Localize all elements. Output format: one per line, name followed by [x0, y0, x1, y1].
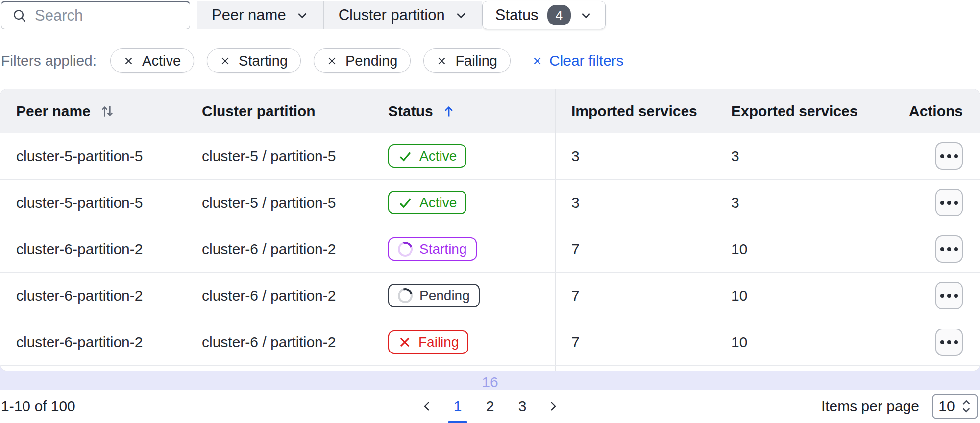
cluster-partition-cell: cluster-6 / partition-2 — [186, 319, 372, 365]
table-row: cluster-6-partition-2 cluster-6 / partit… — [0, 273, 980, 319]
page-button-2[interactable]: 2 — [479, 395, 501, 418]
exported-services-cell: 10 — [715, 226, 872, 272]
pagination-range-label: 1-10 of 100 — [1, 398, 75, 415]
sort-ascending-icon[interactable] — [442, 104, 456, 118]
imported-services-cell: 7 — [555, 319, 715, 365]
cluster-partition-dropdown[interactable]: Cluster partition — [323, 1, 482, 29]
table-row: cluster-6-partition-2 cluster-6 / partit… — [0, 319, 980, 366]
filter-chip-active[interactable]: Active — [110, 48, 194, 73]
status-cell: Failing — [372, 319, 555, 365]
column-header-actions: Actions — [872, 89, 980, 133]
pagination-bar: 1-10 of 100 1 2 3 Items per page 10 — [0, 390, 980, 423]
status-count-badge: 4 — [547, 5, 571, 25]
exported-services-cell: 3 — [715, 180, 872, 226]
status-badge-failing: Failing — [388, 330, 468, 354]
check-icon — [398, 195, 413, 210]
chevron-down-icon — [296, 9, 309, 22]
status-badge-label: Pending — [419, 288, 470, 304]
column-header-label: Actions — [909, 103, 963, 119]
peer-name-dropdown[interactable]: Peer name — [197, 1, 323, 29]
status-dropdown[interactable]: Status 4 — [482, 1, 606, 29]
table-row: cluster-5-partition-5 cluster-5 / partit… — [0, 133, 980, 180]
imported-services-cell: 3 — [555, 180, 715, 226]
column-header-label: Cluster partition — [202, 103, 316, 119]
filter-chip-label: Active — [142, 53, 181, 69]
imported-services-cell: 7 — [555, 226, 715, 272]
remove-chip-icon[interactable] — [437, 56, 447, 66]
row-actions-button[interactable] — [935, 189, 963, 216]
spinner-icon — [395, 286, 416, 306]
scroll-indicator-value: 16 — [0, 374, 980, 391]
clear-filters-label: Clear filters — [549, 52, 624, 69]
page-button-3[interactable]: 3 — [512, 395, 533, 418]
next-page-button[interactable] — [544, 395, 562, 418]
filter-chip-starting[interactable]: Starting — [207, 48, 301, 73]
applied-filters-bar: Filters applied: Active Starting Pending… — [1, 48, 624, 73]
column-header-exported-services: Exported services — [715, 89, 872, 133]
page-button-1[interactable]: 1 — [447, 395, 468, 418]
actions-cell — [872, 319, 980, 365]
filter-dropdown-group: Peer name Cluster partition — [197, 1, 482, 29]
exported-services-cell: 10 — [715, 319, 872, 365]
clear-icon — [532, 56, 542, 66]
exported-services-cell: 10 — [715, 273, 872, 319]
actions-cell — [872, 273, 980, 319]
status-badge-pending: Pending — [388, 284, 480, 307]
status-cell: Pending — [372, 273, 555, 319]
column-header-label: Status — [388, 103, 433, 119]
peer-name-cell: cluster-5-partition-5 — [0, 133, 186, 179]
chevron-down-icon — [580, 9, 592, 22]
search-input[interactable] — [35, 7, 181, 24]
filter-chip-failing[interactable]: Failing — [423, 48, 510, 73]
column-header-cluster-partition: Cluster partition — [186, 89, 372, 133]
filter-chips: Active Starting Pending Failing — [110, 48, 511, 73]
column-header-status[interactable]: Status — [372, 89, 555, 133]
peer-name-cell: cluster-6-partition-2 — [0, 226, 186, 272]
row-actions-button[interactable] — [935, 235, 963, 263]
table-row: cluster-5-partition-5 cluster-5 / partit… — [0, 180, 980, 226]
exported-services-cell: 3 — [715, 133, 872, 179]
cluster-partition-cell: cluster-5 / partition-5 — [186, 180, 372, 226]
filters-applied-label: Filters applied: — [1, 52, 97, 69]
table-row: cluster-6-partition-2 cluster-6 / partit… — [0, 226, 980, 273]
remove-chip-icon[interactable] — [327, 56, 337, 66]
peer-name-dropdown-label: Peer name — [212, 6, 286, 24]
filter-toolbar: Peer name Cluster partition Status 4 — [1, 1, 606, 29]
column-header-peer-name[interactable]: Peer name — [0, 89, 186, 133]
table-row-clipped — [0, 366, 980, 371]
search-box[interactable] — [1, 1, 190, 29]
items-per-page-value: 10 — [938, 398, 955, 415]
peer-name-cell: cluster-5-partition-5 — [0, 180, 186, 226]
status-badge-starting: Starting — [388, 237, 477, 261]
spinner-icon — [395, 239, 416, 259]
actions-cell — [872, 180, 980, 226]
row-actions-button[interactable] — [935, 329, 963, 356]
sort-both-icon[interactable] — [99, 103, 115, 119]
actions-cell — [872, 226, 980, 272]
clear-filters-link[interactable]: Clear filters — [532, 52, 624, 69]
status-badge-label: Starting — [419, 241, 467, 257]
status-badge-label: Failing — [418, 334, 459, 350]
status-badge-active: Active — [388, 144, 466, 168]
imported-services-cell: 3 — [555, 133, 715, 179]
items-per-page-stepper[interactable]: 10 — [932, 394, 978, 419]
status-cell: Active — [372, 133, 555, 179]
peers-table: Peer name Cluster partition Status Impor… — [0, 89, 980, 371]
stepper-chevrons-icon[interactable] — [961, 399, 972, 414]
row-actions-button[interactable] — [935, 282, 963, 309]
row-actions-button[interactable] — [935, 142, 963, 170]
filter-chip-label: Failing — [455, 53, 497, 69]
remove-chip-icon[interactable] — [220, 56, 230, 66]
table-header-row: Peer name Cluster partition Status Impor… — [0, 89, 980, 133]
actions-cell — [872, 133, 980, 179]
remove-chip-icon[interactable] — [123, 56, 134, 66]
status-dropdown-label: Status — [495, 6, 539, 24]
filter-chip-pending[interactable]: Pending — [314, 48, 411, 73]
status-cell: Starting — [372, 226, 555, 272]
status-badge-label: Active — [419, 195, 457, 211]
status-cell: Active — [372, 180, 555, 226]
chevron-right-icon — [547, 399, 559, 414]
column-header-label: Peer name — [16, 103, 91, 119]
items-per-page-label: Items per page — [821, 398, 919, 415]
previous-page-button[interactable] — [418, 395, 436, 418]
